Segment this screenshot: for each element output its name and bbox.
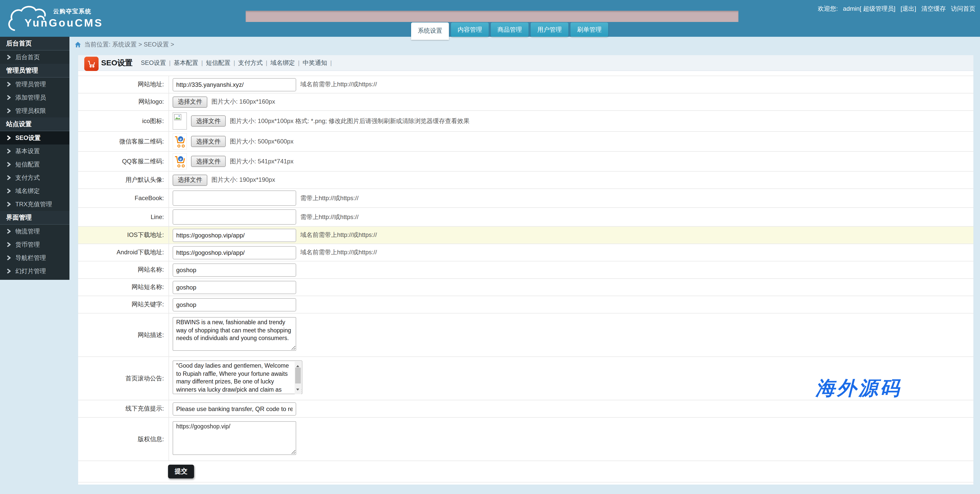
sidebar: 后台首页后台首页管理员管理管理员管理添加管理员管理员权限站点设置SEO设置基本设…	[0, 37, 70, 280]
facebook-input[interactable]	[173, 191, 296, 206]
field-area	[169, 313, 974, 356]
sidebar-item-trx-recharge-management[interactable]: TRX充值管理	[0, 198, 70, 211]
form-row-ico-icon: ico图标:选择文件图片大小: 100px*100px 格式: *.png; 修…	[78, 111, 974, 132]
copyright-info-textarea[interactable]	[173, 421, 296, 455]
field-area: 选择文件图片大小: 160px*160px	[169, 94, 974, 110]
sidebar-item-add-admin[interactable]: 添加管理员	[0, 91, 70, 104]
field-label-qq-service-qr: QQ客服二维码:	[78, 152, 169, 171]
logo-subtitle: 云购夺宝系统	[53, 8, 91, 15]
visit-site-link[interactable]: 访问首页	[951, 5, 975, 13]
line-input[interactable]	[173, 209, 296, 225]
default-avatar-choose-file-button[interactable]: 选择文件	[173, 175, 207, 186]
sidebar-item-logistics-management[interactable]: 物流管理	[0, 225, 70, 238]
sidebar-item-domain-binding[interactable]: 域名绑定	[0, 184, 70, 198]
tab-brush-order-management[interactable]: 刷单管理	[570, 22, 608, 37]
field-hint: 域名前需带上http://或https://	[300, 231, 377, 240]
textarea-wrap	[173, 361, 302, 396]
sidebar-item-label: 物流管理	[15, 227, 40, 236]
qq-service-qr-choose-file-button[interactable]: 选择文件	[191, 156, 226, 167]
sidebar-item-label: 添加管理员	[15, 93, 46, 102]
submit-button[interactable]: 提交	[168, 465, 194, 478]
form-row-site-name: 网站名称:	[78, 261, 974, 279]
sidebar-item-sms-config[interactable]: 短信配置	[0, 158, 70, 171]
sidebar-item-admin-management[interactable]: 管理员管理	[0, 78, 70, 91]
sidebar-item-admin-permissions[interactable]: 管理员权限	[0, 104, 70, 118]
sidebar-item-slideshow-management[interactable]: 幻灯片管理	[0, 264, 70, 278]
seo-form: 网站地址:域名前需带上http://或https://网站logo:选择文件图片…	[78, 76, 974, 461]
field-hint: 需带上http://或https://	[300, 194, 358, 202]
tab-user-management[interactable]: 用户管理	[531, 22, 568, 37]
field-label-line: Line:	[78, 208, 169, 226]
clear-cache-link[interactable]: 清空缓存	[921, 5, 946, 13]
android-download-url-input[interactable]	[173, 246, 296, 259]
tab-goods-management[interactable]: 商品管理	[491, 22, 528, 37]
tab-content-management[interactable]: 内容管理	[451, 22, 489, 37]
scroll-up-arrow-icon[interactable]	[295, 362, 301, 368]
field-hint: 图片大小: 100px*100px 格式: *.png; 修改此图片后请强制刷新…	[230, 117, 469, 125]
form-row-line: Line:需带上http://或https://	[78, 208, 974, 227]
field-hint: 域名前需带上http://或https://	[300, 248, 377, 257]
field-hint: 域名前需带上http://或https://	[300, 80, 377, 89]
subnav-link-payment-methods[interactable]: 支付方式	[238, 59, 263, 67]
home-scroll-notice-textarea[interactable]	[173, 361, 302, 394]
form-row-site-url: 网站地址:域名前需带上http://或https://	[78, 76, 974, 94]
wechat-service-qr-choose-file-button[interactable]: 选择文件	[191, 136, 226, 147]
site-description-textarea[interactable]	[173, 317, 296, 351]
sidebar-item-navbar-management[interactable]: 导航栏管理	[0, 251, 70, 264]
form-row-site-logo: 网站logo:选择文件图片大小: 160px*160px	[78, 94, 974, 111]
field-area: e选择文件图片大小: 541px*741px	[169, 152, 974, 171]
field-label-site-name: 网站名称:	[78, 261, 169, 278]
field-area: 需带上http://或https://	[169, 189, 974, 207]
subnav-link-seo-settings[interactable]: SEO设置	[141, 59, 166, 67]
tab-system-settings[interactable]: 系统设置	[411, 22, 449, 40]
field-area	[169, 418, 974, 461]
site-keywords-input[interactable]	[173, 298, 296, 311]
chevron-right-icon	[6, 149, 11, 154]
ico-icon-choose-file-button[interactable]: 选择文件	[191, 115, 226, 127]
panel-subnav: SEO设置|基本配置|短信配置|支付方式|域名绑定|中奖通知|	[141, 59, 332, 67]
field-area: 域名前需带上http://或https://	[169, 76, 974, 93]
field-label-site-description: 网站描述:	[78, 313, 169, 356]
scrollbar-track	[295, 383, 301, 388]
field-label-home-scroll-notice: 首页滚动公告:	[78, 357, 169, 400]
site-url-input[interactable]	[173, 78, 296, 91]
site-short-name-input[interactable]	[173, 281, 296, 294]
sidebar-item-label: 后台首页	[15, 53, 40, 62]
field-area	[169, 357, 974, 400]
scroll-down-arrow-icon[interactable]	[295, 388, 301, 394]
sidebar-item-seo-settings[interactable]: SEO设置	[0, 131, 70, 145]
top-banner	[246, 11, 738, 22]
form-row-qq-service-qr: QQ客服二维码:e选择文件图片大小: 541px*741px	[78, 152, 974, 172]
subnav-link-domain-binding[interactable]: 域名绑定	[270, 59, 295, 67]
sidebar-item-payment-methods[interactable]: 支付方式	[0, 171, 70, 184]
scrollbar-thumb[interactable]	[295, 368, 301, 383]
site-name-input[interactable]	[173, 263, 296, 276]
field-area: 选择文件图片大小: 190px*190px	[169, 172, 974, 188]
logout-link[interactable]: [退出]	[900, 5, 916, 13]
chevron-right-icon	[6, 82, 11, 87]
sidebar-item-currency-management[interactable]: 货币管理	[0, 238, 70, 251]
form-row-ios-download-url: IOS下载地址:域名前需带上http://或https://	[78, 227, 974, 244]
subnav-link-basic-config[interactable]: 基本配置	[173, 59, 198, 67]
svg-text:e: e	[180, 157, 182, 161]
sidebar-item-basic-settings[interactable]: 基本设置	[0, 145, 70, 158]
sidebar-section-interface-management: 界面管理	[0, 211, 70, 225]
site-logo-choose-file-button[interactable]: 选择文件	[173, 96, 207, 108]
subnav-separator: |	[266, 59, 267, 67]
subnav-link-sms-config[interactable]: 短信配置	[206, 59, 231, 67]
sidebar-item-backend-home[interactable]: 后台首页	[0, 51, 70, 64]
svg-text:e: e	[180, 137, 182, 141]
field-hint: 图片大小: 541px*741px	[230, 157, 293, 166]
form-row-wechat-service-qr: 微信客服二维码:e选择文件图片大小: 500px*600px	[78, 132, 974, 152]
subnav-link-winning-notice[interactable]: 中奖通知	[302, 59, 327, 67]
ios-download-url-input[interactable]	[173, 229, 296, 242]
textarea-scrollbar[interactable]	[295, 362, 301, 394]
app-logo: 云购夺宝系统 YunGouCMS	[6, 2, 124, 35]
chevron-right-icon	[6, 188, 11, 194]
offline-recharge-tip-input[interactable]	[173, 402, 296, 415]
field-label-site-short-name: 网站短名称:	[78, 279, 169, 295]
field-area: e选择文件图片大小: 500px*600px	[169, 132, 974, 151]
sidebar-item-label: 短信配置	[15, 160, 40, 169]
cart-icon: e	[173, 133, 187, 149]
admin-page: 云购夺宝系统 YunGouCMS 欢迎您: admin[ 超级管理员] [退出]…	[0, 0, 980, 494]
